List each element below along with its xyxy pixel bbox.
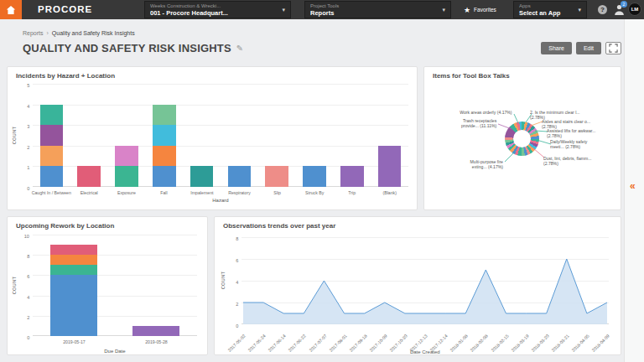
x-category-label: 2019-05-17 — [40, 339, 107, 347]
chart-title: Items for Tool Box Talks — [433, 72, 510, 80]
y-tick-label: 8 — [11, 251, 29, 258]
donut-slice-label: Trash receptacles provide... (11.11%) — [461, 118, 496, 129]
trend-line-plot[interactable] — [242, 237, 609, 324]
project-tools-label: Project Tools — [310, 3, 439, 9]
bar-segment[interactable] — [340, 166, 364, 187]
bar-segment[interactable] — [303, 166, 326, 187]
home-button[interactable] — [0, 0, 22, 19]
company-selector-label: Weeks Construction & Wrecki... — [150, 3, 278, 9]
collapse-panel-icon[interactable]: « — [630, 180, 636, 192]
gridline — [33, 125, 408, 126]
incidents-bar-chart: 012345COUNTHazardCaught In / BetweenElec… — [8, 82, 417, 209]
y-axis-label: COUNT — [12, 117, 17, 153]
apps-selector[interactable]: Apps Select an App ▾ — [513, 1, 587, 18]
breadcrumb-reports-link[interactable]: Reports — [23, 30, 44, 36]
chevron-right-icon: › — [47, 30, 49, 36]
bar-segment[interactable] — [265, 166, 288, 187]
y-tick-label: 2 — [220, 299, 238, 306]
chart-title: Upcoming Rework by Location — [16, 222, 114, 230]
procore-dashboard: PROCORE Weeks Construction & Wrecki... 0… — [0, 0, 644, 362]
x-date-label: 2018-04-09 — [564, 328, 607, 343]
gridline — [33, 84, 408, 85]
donut-hole — [513, 130, 531, 147]
top-navigation-bar: PROCORE Weeks Construction & Wrecki... 0… — [0, 0, 644, 19]
bar-segment[interactable] — [50, 255, 97, 265]
plot-area[interactable] — [33, 235, 197, 336]
apps-selector-label: Apps — [519, 3, 574, 9]
bar-segment[interactable] — [228, 166, 252, 187]
bar-segment[interactable] — [115, 166, 138, 187]
y-axis-label: COUNT — [12, 267, 17, 303]
bar-segment[interactable] — [40, 146, 64, 167]
bar-segment[interactable] — [50, 245, 97, 255]
procore-logo: PROCORE — [38, 4, 92, 14]
apps-selector-value: Select an App — [519, 9, 574, 17]
x-category-label: (Blank) — [356, 190, 418, 198]
bar-segment[interactable] — [77, 166, 101, 187]
chevron-down-icon: ▾ — [578, 7, 581, 13]
breadcrumb: Reports › Quality and Safety Risk Insigh… — [23, 30, 135, 36]
notifications-button[interactable]: 2 — [614, 3, 625, 16]
y-tick-label: 1 — [11, 163, 29, 169]
chevron-down-icon: ▾ — [282, 7, 285, 13]
bar-segment[interactable] — [50, 275, 97, 336]
card-incidents-by-hazard: Incidents by Hazard + Location 012345COU… — [7, 66, 418, 210]
share-button[interactable]: Share — [541, 42, 572, 54]
y-tick-label: 8 — [220, 234, 238, 240]
page-header: QUALITY AND SAFETY RISK INSIGHTS ✎ Share… — [23, 40, 621, 55]
bar-segment[interactable] — [132, 326, 179, 336]
bar-segment[interactable] — [153, 105, 176, 126]
y-tick-label: 4 — [11, 101, 29, 108]
rework-bar-chart: 0246810COUNTDue Date2019-05-172019-05-28 — [8, 232, 207, 354]
bar-segment[interactable] — [40, 166, 64, 187]
chart-title: Incidents by Hazard + Location — [16, 72, 115, 80]
y-tick-label: 0 — [220, 321, 238, 328]
bar-segment[interactable] — [40, 105, 64, 126]
right-rail: « — [624, 19, 644, 362]
y-tick-label: 5 — [11, 80, 29, 87]
chart-title: Observations trends over past year — [223, 222, 335, 230]
expand-button[interactable] — [605, 42, 621, 54]
chevron-down-icon: ▾ — [442, 7, 445, 13]
x-axis-label: Due Date — [81, 349, 148, 355]
bar-segment[interactable] — [153, 125, 176, 146]
bar-segment[interactable] — [115, 146, 138, 167]
gridline — [33, 105, 408, 106]
bar-segment[interactable] — [40, 125, 64, 146]
bar-segment[interactable] — [50, 265, 97, 275]
help-icon[interactable]: ? — [598, 5, 607, 14]
bar-segment[interactable] — [153, 166, 176, 187]
notification-badge: 2 — [621, 1, 627, 8]
y-axis-label: COUNT — [221, 263, 226, 298]
x-axis-label: Hazard — [187, 198, 254, 205]
favorites-button[interactable]: ★ Favorites — [464, 0, 496, 19]
star-icon: ★ — [464, 6, 470, 14]
home-icon — [6, 5, 16, 15]
donut-slice-label: Dust, lint, debris, flamm... (2.78%) — [543, 156, 596, 167]
edit-button[interactable]: Edit — [576, 42, 601, 54]
company-selector[interactable]: Weeks Construction & Wrecki... 001 - Pro… — [144, 1, 291, 18]
y-tick-label: 0 — [11, 333, 29, 339]
card-toolbox-talks: Items for Tool Box Talks Work areas orde… — [423, 66, 621, 210]
x-axis-label: Date Created — [392, 349, 459, 355]
avatar[interactable]: LM — [628, 3, 641, 16]
project-tools-selector[interactable]: Project Tools Reports ▾ — [304, 1, 451, 18]
bar-segment[interactable] — [153, 146, 176, 167]
donut-slice-label: Work areas orderly (4.17%) — [460, 110, 512, 115]
card-upcoming-rework: Upcoming Rework by Location 0246810COUNT… — [7, 216, 208, 355]
breadcrumb-current: Quality and Safety Risk Insights — [52, 30, 135, 36]
gridline — [33, 146, 408, 147]
y-tick-label: 6 — [220, 256, 238, 262]
plot-area[interactable] — [33, 84, 408, 187]
observations-area-chart: 02468COUNTDate Created2017-05-022017-05-… — [215, 232, 621, 354]
x-category-label: 2019-05-28 — [122, 339, 190, 347]
callout-line — [537, 140, 551, 144]
fullscreen-icon — [609, 44, 618, 53]
favorites-label: Favorites — [474, 7, 496, 13]
page-title: QUALITY AND SAFETY RISK INSIGHTS — [23, 42, 231, 54]
edit-title-pencil-icon[interactable]: ✎ — [236, 44, 243, 53]
plot-area[interactable] — [242, 237, 609, 324]
y-tick-label: 0 — [11, 184, 29, 190]
bar-segment[interactable] — [190, 166, 214, 187]
bar-segment[interactable] — [378, 146, 402, 187]
